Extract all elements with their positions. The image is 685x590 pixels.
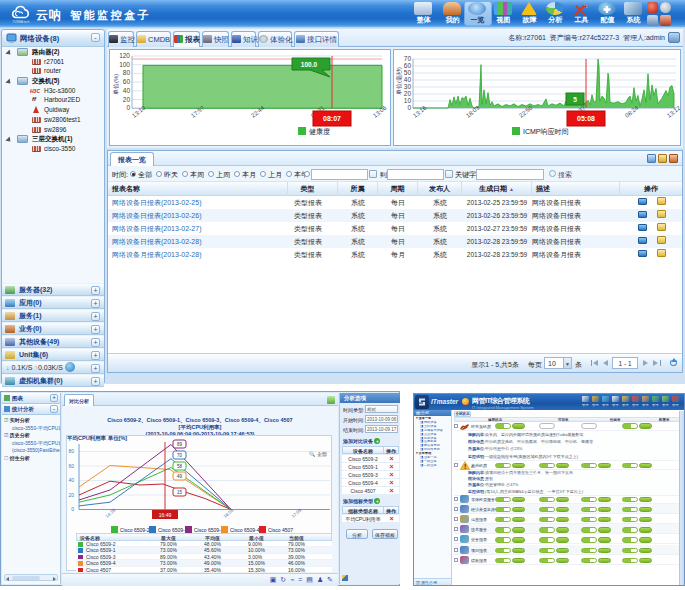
svg-text:ICMP响应时间: ICMP响应时间 — [523, 127, 569, 136]
svg-text:20: 20 — [68, 492, 74, 498]
svg-text:!: ! — [464, 463, 466, 470]
svg-text:05:08: 05:08 — [577, 115, 595, 122]
svg-text:30: 30 — [404, 83, 412, 90]
svg-text:08:07: 08:07 — [323, 115, 341, 122]
svg-text:10: 10 — [404, 97, 412, 104]
svg-text:0: 0 — [71, 506, 74, 512]
svg-text:0: 0 — [407, 104, 411, 111]
svg-text:15: 15 — [177, 490, 183, 495]
svg-text:0: 0 — [126, 104, 130, 111]
svg-text:平均CPU利用率 单位[%]: 平均CPU利用率 单位[%] — [66, 435, 127, 442]
svg-text:13:16: 13:16 — [412, 104, 428, 118]
svg-text:5: 5 — [573, 96, 577, 103]
svg-text:60: 60 — [404, 62, 412, 69]
svg-text:49: 49 — [177, 474, 183, 479]
svg-text:🔍 全部: 🔍 全部 — [309, 451, 327, 458]
svg-text:120: 120 — [119, 52, 130, 59]
svg-text:100.0: 100.0 — [301, 61, 318, 68]
svg-text:YUNNA tech: YUNNA tech — [13, 20, 30, 24]
svg-text:20: 20 — [404, 90, 412, 97]
svg-text:70: 70 — [404, 55, 412, 62]
svg-text:40: 40 — [404, 76, 412, 83]
svg-text:40: 40 — [123, 87, 131, 94]
svg-text:70: 70 — [177, 453, 183, 458]
svg-text:80: 80 — [68, 448, 74, 454]
svg-text:20: 20 — [123, 96, 131, 103]
svg-text:健康度: 健康度 — [309, 127, 330, 136]
svg-text:16:49: 16:49 — [159, 512, 172, 518]
svg-text:100: 100 — [119, 61, 130, 68]
svg-text:40: 40 — [68, 477, 74, 483]
svg-text:50: 50 — [404, 69, 412, 76]
svg-text:80: 80 — [123, 69, 131, 76]
svg-text:89: 89 — [177, 442, 183, 447]
svg-text:60: 60 — [123, 78, 131, 85]
svg-text:58: 58 — [177, 464, 183, 469]
svg-text:单位(毫秒): 单位(毫秒) — [395, 67, 403, 95]
svg-text:单位(%): 单位(%) — [113, 74, 119, 95]
svg-text:60: 60 — [68, 463, 74, 469]
